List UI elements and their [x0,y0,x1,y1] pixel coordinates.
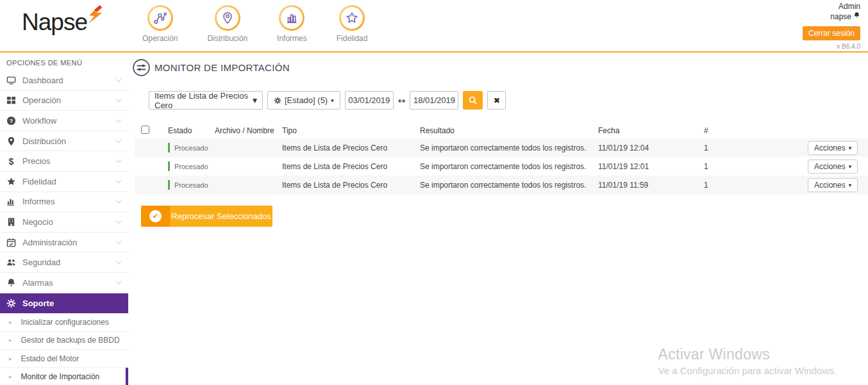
sidebar-item-fidelidad[interactable]: Fidelidad [0,172,128,192]
fecha-cell: 11/01/19 12:04 [598,143,704,152]
page-title-text: MONITOR DE IMPORTACIÓN [154,62,290,73]
table-row: Procesado Items de Lista de Precios Cero… [135,157,868,176]
num-cell: 1 [704,162,808,171]
sidebar-item-alarmas[interactable]: Alarmas [0,273,128,293]
acciones-button[interactable]: Acciones ▾ [808,178,858,192]
sidebar-item-label: Precios [22,156,50,166]
monitor-icon [6,76,16,85]
column-header-estado: Estado [168,126,215,135]
sidebar-item-precios[interactable]: $ Precios [0,151,128,172]
reprocess-button-label: Reprocesar Seleccionados [170,206,272,227]
sidebar-item-workflow[interactable]: ? Workflow [0,111,128,131]
sidebar-item-distribucion[interactable]: Distribución [0,131,128,152]
bell-icon [6,278,16,288]
acciones-button[interactable]: Acciones ▾ [808,160,858,174]
column-header-tipo: Tipo [282,126,420,135]
estado-filter-label: [Estado] (5) [285,95,328,105]
date-to-input[interactable] [410,91,458,110]
sidebar-subitem-estado-del-motor[interactable]: ▸ Estado del Motor [0,350,128,368]
star-icon [6,177,16,186]
user-name: napse [803,12,860,22]
map-pin-icon [6,136,16,146]
sidebar-subitem-monitor-de-importacion[interactable]: ▸ Monitor de Importación [0,368,128,385]
sidebar-item-label: Seguridad [22,258,60,267]
sidebar-subitem-inicializar-configuraciones[interactable]: ▸ Inicializar configuraciones [0,313,128,331]
sidebar-item-seguridad[interactable]: Seguridad [0,252,128,273]
num-cell: 1 [704,181,808,190]
acciones-label: Acciones [814,181,846,190]
chevron-down-icon [116,218,121,224]
nav-item-informes[interactable]: Informes [277,5,307,43]
caret-down-icon: ▾ [849,145,852,151]
caret-right-icon: ▸ [9,337,12,343]
bar-chart-icon [6,197,16,206]
search-icon [469,96,478,105]
status-bar-green [168,143,170,152]
sidebar-item-informes[interactable]: Informes [0,192,128,213]
tipo-cell: Items de Lista de Precios Cero [282,181,420,190]
app-header: Napse Operación [0,0,868,51]
column-header-fecha: Fecha [598,126,704,135]
estado-cell: Procesado [168,180,215,190]
map-pin-icon [215,5,240,31]
reprocess-selected-button[interactable]: ✔ Reprocesar Seleccionados [141,206,272,227]
import-type-select[interactable]: Items de Lista de Precios Cero ▼ [149,91,263,110]
status-label: Procesado [174,144,208,152]
page-title: MONITOR DE IMPORTACIÓN [133,59,868,76]
tipo-cell: Items de Lista de Precios Cero [282,162,420,171]
clear-filters-button[interactable]: ✖ [487,91,506,110]
chevron-down-icon [116,238,121,243]
import-type-select-value: Items de Lista de Precios Cero [154,91,253,110]
bell-icon[interactable] [853,12,860,22]
estado-cell: Procesado [168,143,215,152]
estado-filter-button[interactable]: [Estado] (5) ▾ [267,91,340,110]
chevron-down-icon [116,259,121,264]
user-area: Admin napse Cerrar sesión v B6.4.0 [803,2,860,50]
brand-name: Napse [22,9,87,35]
resultado-cell: Se importaron correctamente todos los re… [420,162,598,171]
sidebar-item-label: Distribución [22,136,66,146]
caret-right-icon: ▸ [9,373,12,380]
sidebar-subitem-gestor-backups[interactable]: ▸ Gestor de backups de BBDD [0,332,128,350]
main-content: MONITOR DE IMPORTACIÓN Items de Lista de… [128,53,868,385]
date-from-input[interactable] [345,91,394,110]
sidebar-item-dashboard[interactable]: Dashboard [0,70,128,91]
sidebar-item-negocio[interactable]: Negocio [0,212,128,233]
dollar-icon: $ [6,156,16,166]
nav-item-fidelidad[interactable]: Fidelidad [337,5,368,43]
sidebar-subitem-label: Gestor de backups de BBDD [21,336,120,345]
sidebar-item-label: Soporte [22,299,54,308]
users-icon [6,258,16,267]
search-button[interactable] [463,91,483,110]
filter-bar: Items de Lista de Precios Cero ▼ [Estado… [149,91,868,110]
sidebar-item-administracion[interactable]: Administración [0,233,128,253]
select-all-checkbox[interactable] [141,126,149,134]
logout-button[interactable]: Cerrar sesión [803,26,860,40]
sidebar-item-operacion[interactable]: Operación [0,91,128,111]
sidebar-subitem-label: Monitor de Importación [21,372,100,381]
nav-item-operacion[interactable]: Operación [142,5,178,43]
nav-label: Operación [142,34,178,43]
fecha-cell: 11/01/19 11:59 [598,181,704,190]
network-nodes-icon [147,5,173,31]
gear-icon [274,97,281,104]
nav-item-distribucion[interactable]: Distribución [207,5,247,43]
sidebar-item-soporte[interactable]: Soporte [0,293,128,314]
chevron-down-icon [116,77,121,82]
sidebar-item-label: Dashboard [22,76,63,85]
caret-down-icon: ▾ [849,182,852,188]
nav-label: Informes [277,34,307,43]
sidebar-subitem-label: Inicializar configuraciones [21,318,109,327]
napse-logo[interactable]: Napse [0,0,128,36]
watermark-title: Activar Windows [658,346,837,363]
status-label: Procesado [174,163,208,170]
top-nav: Operación Distribución Informes [142,5,367,43]
caret-down-icon: ▾ [849,163,852,170]
user-name-text: napse [830,12,851,22]
sliders-icon [133,59,150,76]
building-icon [6,217,16,227]
acciones-button[interactable]: Acciones ▾ [808,141,858,155]
sidebar-item-label: Workflow [22,116,56,126]
star-icon [339,5,365,31]
grid-icon [6,95,16,105]
